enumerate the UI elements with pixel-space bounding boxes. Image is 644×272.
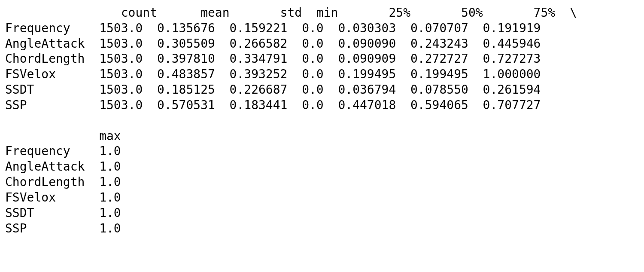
- table-row: AngleAttack 1503.0 0.305509 0.266582 0.0…: [5, 37, 541, 51]
- row-blank: count mean std min 25% 50% 75% \: [5, 6, 577, 20]
- table-row: AngleAttack 1.0: [5, 159, 121, 174]
- table-row: SSDT 1.0: [5, 206, 121, 220]
- table-row: Frequency 1503.0 0.135676 0.159221 0.0 0…: [5, 21, 541, 35]
- table-row: SSP 1.0: [5, 221, 121, 235]
- table-row: ChordLength 1503.0 0.397810 0.334791 0.0…: [5, 52, 541, 66]
- row-blank-2: max: [5, 129, 121, 143]
- describe-output: count mean std min 25% 50% 75% \ Frequen…: [0, 0, 644, 272]
- table-row: ChordLength 1.0: [5, 175, 121, 189]
- table-row: FSVelox 1.0: [5, 190, 121, 205]
- table-row: SSP 1503.0 0.570531 0.183441 0.0 0.44701…: [5, 98, 541, 112]
- table-row: Frequency 1.0: [5, 144, 121, 158]
- table-row: SSDT 1503.0 0.185125 0.226687 0.0 0.0367…: [5, 83, 541, 97]
- table-row: FSVelox 1503.0 0.483857 0.393252 0.0 0.1…: [5, 67, 541, 81]
